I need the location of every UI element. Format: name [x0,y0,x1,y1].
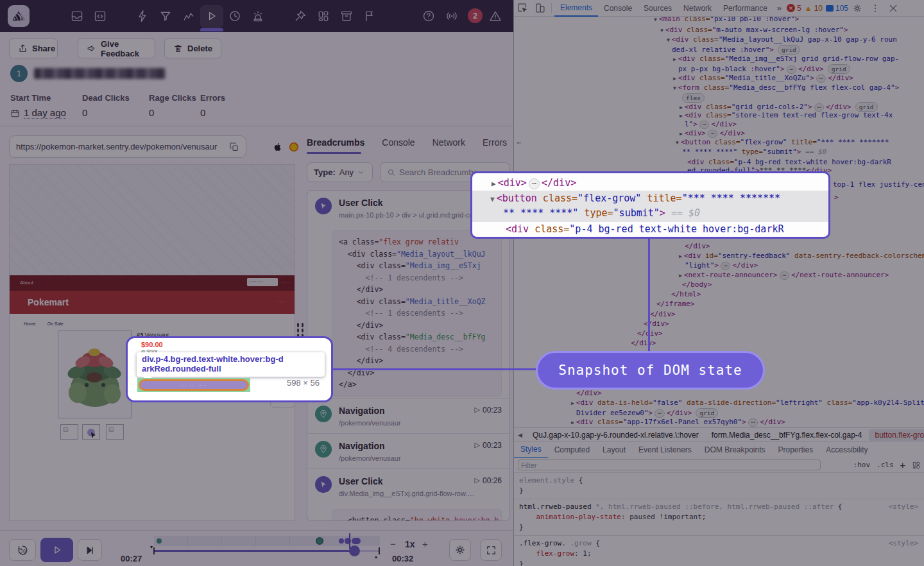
tree-node-line[interactable]: </html> [671,290,701,298]
devtools-settings-icon[interactable] [852,3,862,13]
breadcrumb-search-input[interactable]: Search Breadcrumbs [380,162,510,182]
tree-node-line[interactable]: l">⋯</div> [685,120,737,129]
nav-pin-icon[interactable] [294,10,307,22]
site-nav-onsale[interactable]: On Sale [47,322,64,326]
tree-node-line[interactable]: </div> [650,310,676,318]
styles-filter-input[interactable]: Filter [518,459,821,470]
tree-node-line[interactable]: </div> [644,320,669,328]
styles-toolbar-cls[interactable]: .cls [877,461,894,469]
notifications-badge[interactable]: 2 [468,8,483,23]
delete-button[interactable]: Delete [164,39,221,58]
tree-node-line[interactable]: <div class="p-4 bg-red text-white hover:… [687,158,891,166]
tree-node-line[interactable]: px p-px bg-black :hover">⋯</div>grid [678,64,850,74]
help-icon[interactable] [422,10,435,22]
warning-icon[interactable] [489,10,502,22]
tree-node-line[interactable]: ▶<div class="app-17fx6el-Panel ex57qyh0"… [571,418,785,427]
tree-node-line[interactable]: </iframe> [656,300,695,308]
sentry-logo[interactable] [8,5,30,27]
tab-breadcrumbs[interactable]: Breadcrumbs [307,137,364,148]
messages-badge[interactable]: 105 [826,4,848,13]
dom-breadcrumb[interactable]: button.flex-grow [869,429,924,441]
styles-tab-dom-breakpoints[interactable]: DOM Breakpoints [698,442,772,458]
tree-node-line[interactable]: ▶<div id="sentry-feedback" data-sentry-f… [679,252,924,260]
site-nav-home[interactable]: Home [24,322,36,326]
breadcrumb-item[interactable]: User Clickdiv.Media_img__eSTxj.grid.grid… [307,469,509,504]
styles-tab-properties[interactable]: Properties [772,442,820,458]
type-filter-dropdown[interactable]: Type: Any [307,162,373,182]
tree-node-line[interactable]: ▶<div class="grid grid-cols-2">⋯</div>gr… [680,102,878,112]
styles-tab-styles[interactable]: Styles [514,442,548,458]
tree-node-line[interactable]: </div> [685,242,710,250]
css-rule[interactable]: element.style {} [514,473,924,499]
give-feedback-button[interactable]: Give Feedback [78,39,155,58]
nav-archive-icon[interactable] [340,10,353,22]
nav-dashboard-icon[interactable] [317,10,330,22]
tree-node-line[interactable]: ▼<div class="Media_layout__lkQuJ gap-x-1… [667,35,897,44]
styles-toolbar-new-rule[interactable]: + [900,460,905,470]
breadcrumb-item[interactable]: User Clickmain.px-10.pb-10 > div > ul.gr… [307,191,509,225]
thumbnail-3[interactable] [106,424,124,440]
crumb-scroll-left-icon[interactable]: ◀ [514,432,526,438]
devtools-tab-elements[interactable]: Elements [554,0,598,17]
speed-decrease-button[interactable]: − [390,538,396,549]
devtools-close-icon[interactable] [888,3,898,13]
device-toolbar-icon[interactable] [535,3,545,13]
devtools-tab-network[interactable]: Network [678,0,717,17]
styles-tab-accessibility[interactable]: Accessibility [819,442,874,458]
tree-node-line[interactable]: ▶<div class="store-item text-red flex-gr… [680,111,893,119]
css-rule[interactable]: .flex-grow, .grow { flex-grow: 1;}<style… [514,536,924,566]
tree-node-line[interactable]: ▶<next-route-announcer>⋯</next-route-ann… [679,271,889,280]
tree-node-line[interactable]: "light">⋯</div> [685,261,758,270]
tree-node-line[interactable]: ▼<div class="m-auto max-w-screen-lg :hov… [660,26,848,34]
play-button[interactable] [40,538,73,562]
share-button[interactable]: Share [9,39,58,58]
replay-player[interactable]: About ········· ··· ·· Pokemart · ····· … [9,164,295,521]
dom-breadcrumb[interactable]: form.Media_desc__bfFYg.flex.flex-col.gap… [705,429,869,441]
tree-node-line[interactable]: flex [678,93,705,103]
breadcrumb-item[interactable]: Navigation/pokemon/venusaur▷00:23 [307,399,509,433]
tree-node-line[interactable]: Divider ee5ezew0">⋯</div>grid [576,408,718,418]
dom-breadcrumb[interactable]: QuJ.gap-x-10.gap-y-6.rounded-xl.relative… [526,429,705,441]
warning-badge[interactable]: ▲10 [805,4,823,13]
breadcrumb-timestamp[interactable]: ▷00:26 [475,476,502,485]
skip-to-end-button[interactable] [78,539,102,561]
tree-node-line[interactable]: </body> [682,280,712,289]
devtools-tab-console[interactable]: Console [598,0,638,17]
speed-value[interactable]: 1x [405,539,415,549]
settings-button[interactable] [449,539,471,561]
tree-node-line[interactable]: ed rounded-full">*** ** ****</div> [687,166,832,175]
tab-console[interactable]: Console [382,137,415,148]
styles-toolbar-hov[interactable]: :hov [853,461,871,469]
nav-lightning-icon[interactable] [136,10,149,22]
tree-node-line[interactable]: </div> [637,329,663,338]
tree-node-line[interactable]: ▶<div class="Media_title__XoQZu">⋯</div> [673,74,853,83]
broadcast-icon[interactable] [445,10,458,22]
nav-inbox-icon[interactable] [71,10,83,22]
breadcrumb-timestamp[interactable]: ▷00:23 [475,406,502,415]
player-overflow-button[interactable] [270,393,295,407]
css-rule[interactable]: html.rrweb-paused *, html.rrweb-paused :… [514,499,924,536]
nav-flag-icon[interactable] [363,10,376,22]
tree-node-line[interactable]: </div> [576,389,602,397]
devtools-tab-performance[interactable]: Performance [717,0,773,17]
tree-node-line[interactable]: ▶<div>⋯</div> [680,129,745,138]
tree-node-line[interactable]: </div> [631,339,656,347]
styles-tab-event-listeners[interactable]: Event Listeners [632,442,698,458]
devtools-tab-sources[interactable]: Sources [638,0,678,17]
rewind-10-button[interactable]: 10 [9,539,36,561]
inspect-element-icon[interactable] [517,3,528,13]
tree-node-line[interactable]: ▼<form class="Media_desc__bfFYg flex fle… [673,83,899,92]
nav-funnel-icon[interactable] [159,10,172,22]
more-tabs-icon[interactable]: » [773,3,785,13]
thumbnail-1[interactable] [60,424,78,440]
rule-origin[interactable]: <style> [889,502,918,512]
breadcrumb-timestamp[interactable]: ▷00:23 [475,441,502,450]
nav-siren-icon[interactable] [252,10,264,22]
tree-node-line[interactable]: ▶<div class="Media_img__eSTxj grid grid-… [673,55,899,63]
tree-node-line[interactable]: ▼<button class="flex-grow" title="*** **… [676,138,889,146]
thumbnail-2[interactable] [82,424,100,440]
rendering-icon[interactable] [912,461,921,470]
styles-tab-layout[interactable]: Layout [596,442,632,458]
nav-chart-icon[interactable] [182,10,195,22]
tree-node-line[interactable]: > [834,193,839,202]
